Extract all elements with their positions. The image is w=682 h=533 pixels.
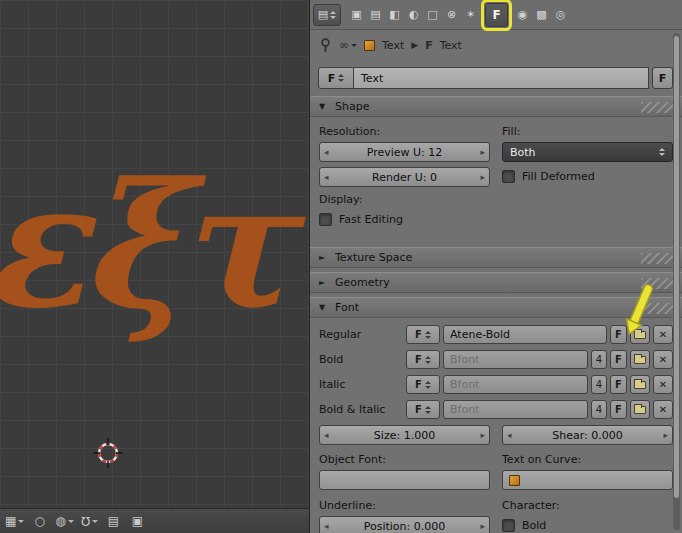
fake-user-button[interactable]: F — [652, 67, 673, 89]
slider-right-arrow-icon[interactable]: ▸ — [663, 430, 668, 440]
tab-texture[interactable]: ▩ — [532, 3, 551, 27]
fill-deformed-checkbox[interactable] — [502, 170, 515, 183]
font-name-field[interactable]: Bfont — [443, 350, 588, 369]
fake-user-button[interactable]: F — [610, 350, 627, 369]
shape-panel-body: Resolution: ◂ Preview U: 12 ▸ ◂ Render U… — [310, 117, 682, 241]
slider-right-arrow-icon[interactable]: ▸ — [480, 521, 485, 531]
underline-label: Underline: — [319, 498, 490, 513]
panel-grip-icon[interactable] — [641, 303, 675, 314]
panel-grip-icon[interactable] — [641, 278, 675, 289]
tab-scene[interactable]: ◧ — [385, 3, 404, 27]
panel-header-shape[interactable]: ▼ Shape — [310, 96, 682, 117]
panel-header-texture-space[interactable]: ► Texture Space — [310, 247, 682, 268]
font-browse-button[interactable]: F — [406, 325, 440, 344]
fill-mode-dropdown[interactable]: Both — [502, 142, 673, 162]
slider-right-arrow-icon[interactable]: ▸ — [480, 147, 485, 157]
datablock-browse-button[interactable]: F — [318, 67, 354, 89]
slider-left-arrow-icon[interactable]: ◂ — [507, 430, 512, 440]
magnet-icon: Ω — [81, 514, 90, 528]
render-still-button[interactable]: ▤ — [105, 512, 122, 530]
font-name-field[interactable]: Bfont — [443, 375, 588, 394]
snap-button[interactable]: Ω — [81, 512, 98, 530]
unlink-font-button[interactable]: ✕ — [653, 400, 673, 419]
folder-icon — [634, 331, 646, 339]
pivot-point-button[interactable]: ◍ — [55, 512, 73, 530]
slider-left-arrow-icon[interactable]: ◂ — [324, 521, 329, 531]
editor-type-button[interactable]: ▦ — [5, 512, 24, 530]
constraints-icon: ⊗ — [447, 8, 456, 21]
font-browse-button[interactable]: F — [406, 350, 440, 369]
underline-position-slider[interactable]: ◂ Position: 0.000 ▸ — [319, 516, 490, 533]
open-font-button[interactable] — [630, 400, 650, 419]
slider-left-arrow-icon[interactable]: ◂ — [324, 430, 329, 440]
size-slider[interactable]: ◂ Size: 1.000 ▸ — [319, 425, 490, 445]
3d-viewport[interactable]: εξτ ▦ ○ ◍ Ω — [0, 0, 310, 533]
slider-left-arrow-icon[interactable]: ◂ — [324, 147, 329, 157]
tab-world[interactable]: ◐ — [404, 3, 423, 27]
open-font-button[interactable] — [630, 350, 650, 369]
text-object[interactable]: εξτ — [0, 138, 286, 353]
panel-header-geometry[interactable]: ► Geometry — [310, 272, 682, 293]
open-font-button[interactable] — [630, 325, 650, 344]
shear-slider[interactable]: ◂ Shear: 0.000 ▸ — [502, 425, 673, 445]
unlink-font-button[interactable]: ✕ — [653, 375, 673, 394]
fast-editing-checkbox[interactable] — [319, 213, 332, 226]
properties-editor-type-button[interactable]: ▤ — [313, 4, 341, 26]
breadcrumb-data-name[interactable]: Text — [440, 39, 462, 52]
slider-left-arrow-icon[interactable]: ◂ — [324, 172, 329, 182]
tab-render-layers[interactable]: ▤ — [366, 3, 385, 27]
bold-checkbox[interactable] — [502, 519, 515, 532]
preview-u-slider[interactable]: ◂ Preview U: 12 ▸ — [319, 142, 490, 162]
tab-material[interactable]: ◉ — [513, 3, 532, 27]
tab-object[interactable]: □ — [423, 3, 442, 27]
checkbox-label: Bold — [522, 519, 546, 532]
context-browse-button[interactable]: ∞ — [339, 36, 357, 54]
pin-icon[interactable] — [319, 38, 332, 53]
tab-object-data-font[interactable]: F — [485, 3, 508, 27]
fake-user-button[interactable]: F — [610, 325, 627, 344]
shading-sphere-icon: ○ — [35, 514, 45, 528]
tab-constraints[interactable]: ⊗ — [442, 3, 461, 27]
scrollbar[interactable] — [673, 33, 680, 530]
font-datablock-icon: F — [415, 354, 422, 365]
tab-physics[interactable]: ◎ — [551, 3, 570, 27]
font-slot-label: Bold & Italic — [319, 403, 403, 416]
font-datablock-icon: F — [328, 72, 336, 85]
open-font-button[interactable] — [630, 375, 650, 394]
dropdown-value: Both — [510, 146, 536, 159]
scrollbar-thumb[interactable] — [674, 36, 679, 498]
fake-user-button[interactable]: F — [610, 400, 627, 419]
font-browse-button[interactable]: F — [406, 400, 440, 419]
tab-modifiers[interactable]: ✶ — [461, 3, 480, 27]
triangle-open-icon: ▼ — [319, 102, 328, 111]
blender-window: εξτ ▦ ○ ◍ Ω — [0, 0, 682, 533]
text-on-curve-field[interactable] — [502, 470, 673, 490]
unlink-font-button[interactable]: ✕ — [653, 350, 673, 369]
unlink-font-button[interactable]: ✕ — [653, 325, 673, 344]
datablock-name-field[interactable]: Text — [354, 67, 649, 89]
breadcrumb-object-name[interactable]: Text — [382, 39, 404, 52]
render-preview-button[interactable]: ▣ — [129, 512, 146, 530]
users-count-button[interactable]: 4 — [591, 400, 607, 419]
fake-user-button[interactable]: F — [610, 375, 627, 394]
render-u-slider[interactable]: ◂ Render U: 0 ▸ — [319, 167, 490, 187]
font-name-field[interactable]: Bfont — [443, 400, 588, 419]
render-icon: ▣ — [351, 8, 361, 21]
panel-header-font[interactable]: ▼ Font — [310, 297, 682, 318]
users-count-button[interactable]: 4 — [591, 375, 607, 394]
object-font-label: Object Font: — [319, 452, 490, 467]
users-count-button[interactable]: 4 — [591, 350, 607, 369]
viewport-shading-button[interactable]: ○ — [31, 512, 48, 530]
font-row-bold: Bold F Bfont 4 F ✕ — [319, 350, 673, 369]
slider-right-arrow-icon[interactable]: ▸ — [480, 172, 485, 182]
physics-icon: ◎ — [556, 8, 566, 21]
object-icon: □ — [427, 8, 437, 21]
font-browse-button[interactable]: F — [406, 375, 440, 394]
panel-grip-icon[interactable] — [641, 253, 675, 264]
font-name-field[interactable]: Atene-Bold — [443, 325, 607, 344]
character-label: Character: — [502, 498, 673, 513]
panel-grip-icon[interactable] — [641, 102, 675, 113]
object-font-field[interactable] — [319, 470, 490, 490]
tab-render[interactable]: ▣ — [347, 3, 366, 27]
slider-right-arrow-icon[interactable]: ▸ — [480, 430, 485, 440]
